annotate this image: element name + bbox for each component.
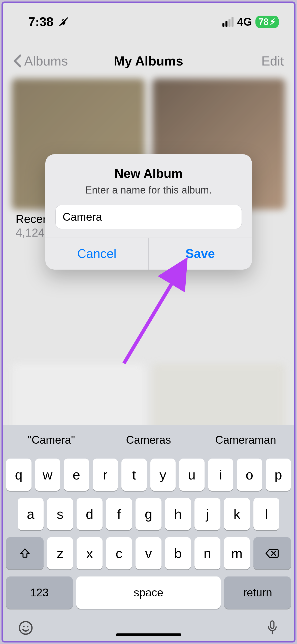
key-i[interactable]: i [208, 459, 234, 491]
save-button[interactable]: Save [148, 238, 252, 270]
alert-title: New Album [55, 166, 242, 181]
alert-buttons: Cancel Save [45, 238, 252, 270]
suggestion[interactable]: Cameraman [197, 431, 294, 449]
key-row-2: asdfghjkl [3, 494, 294, 534]
svg-rect-4 [271, 621, 274, 628]
home-indicator[interactable] [116, 633, 181, 636]
key-m[interactable]: m [224, 537, 250, 569]
svg-point-2 [23, 626, 25, 628]
key-l[interactable]: l [253, 498, 279, 530]
clock: 7:38 [28, 15, 53, 29]
back-button[interactable]: Albums [13, 53, 68, 69]
key-w[interactable]: w [35, 459, 60, 491]
chevron-left-icon [13, 54, 22, 68]
backspace-key[interactable] [253, 537, 291, 569]
key-t[interactable]: t [121, 459, 147, 491]
emoji-key[interactable] [18, 620, 33, 635]
cancel-button[interactable]: Cancel [45, 238, 149, 270]
key-y[interactable]: y [150, 459, 176, 491]
key-d[interactable]: d [77, 498, 103, 530]
status-left: 7:38 [28, 15, 69, 29]
keyboard-bottom-row [3, 612, 294, 641]
key-c[interactable]: c [106, 537, 132, 569]
key-b[interactable]: b [165, 537, 191, 569]
key-q[interactable]: q [6, 459, 31, 491]
key-h[interactable]: h [165, 498, 191, 530]
network-label: 4G [237, 16, 252, 28]
battery-pct: 78 [258, 17, 269, 27]
device-frame: 7:38 4G 78 ⚡︎ Albums My Albums Edit [2, 2, 295, 642]
battery-pill: 78 ⚡︎ [255, 16, 279, 28]
key-k[interactable]: k [224, 498, 250, 530]
key-z[interactable]: z [47, 537, 73, 569]
new-album-alert: New Album Enter a name for this album. C… [45, 154, 252, 270]
shift-key[interactable] [6, 537, 44, 569]
return-key[interactable]: return [224, 576, 291, 609]
album-name-input[interactable] [55, 205, 242, 229]
key-o[interactable]: o [237, 459, 262, 491]
key-v[interactable]: v [136, 537, 161, 569]
key-f[interactable]: f [106, 498, 132, 530]
silent-icon [58, 16, 69, 27]
mic-icon [266, 620, 279, 636]
svg-point-1 [19, 622, 32, 634]
keyboard: "Camera" Cameras Cameraman qwertyuiop as… [3, 425, 294, 641]
emoji-icon [18, 620, 33, 635]
shift-icon [19, 548, 31, 559]
svg-point-3 [27, 626, 28, 628]
alert-subtitle: Enter a name for this album. [55, 184, 242, 196]
space-key[interactable]: space [76, 576, 221, 609]
backspace-icon [265, 548, 279, 559]
key-g[interactable]: g [136, 498, 161, 530]
suggestion[interactable]: "Camera" [3, 425, 100, 455]
back-label: Albums [24, 53, 68, 69]
key-n[interactable]: n [194, 537, 220, 569]
key-j[interactable]: j [194, 498, 220, 530]
key-s[interactable]: s [47, 498, 73, 530]
key-row-3: zxcvbnm [3, 534, 294, 573]
key-p[interactable]: p [266, 459, 291, 491]
key-x[interactable]: x [77, 537, 103, 569]
suggestion-bar: "Camera" Cameras Cameraman [3, 425, 294, 455]
numbers-key[interactable]: 123 [6, 576, 73, 609]
key-a[interactable]: a [18, 498, 44, 530]
key-row-4: 123 space return [3, 573, 294, 612]
cellular-icon [222, 17, 234, 27]
dictation-key[interactable] [266, 620, 279, 636]
charging-icon: ⚡︎ [270, 17, 276, 27]
nav-bar: Albums My Albums Edit [3, 46, 294, 76]
suggestion[interactable]: Cameras [100, 431, 197, 449]
key-row-1: qwertyuiop [3, 455, 294, 494]
status-right: 4G 78 ⚡︎ [222, 16, 279, 28]
key-r[interactable]: r [93, 459, 118, 491]
status-bar: 7:38 4G 78 ⚡︎ [3, 3, 294, 41]
key-u[interactable]: u [179, 459, 205, 491]
edit-button[interactable]: Edit [261, 53, 284, 69]
key-e[interactable]: e [64, 459, 89, 491]
